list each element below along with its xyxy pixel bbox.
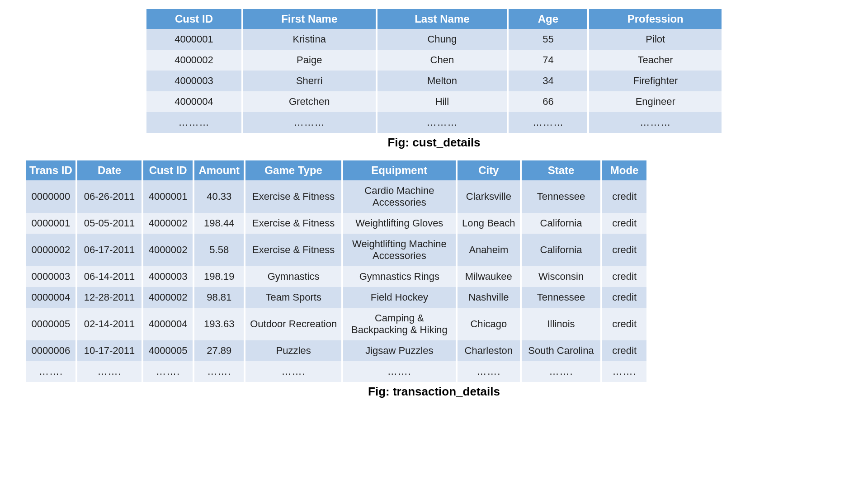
table-row: 0000004 12-28-2011 4000002 98.81 Team Sp… [26,287,646,308]
cell: 4000002 [146,50,241,71]
cell: Outdoor Recreation [245,308,341,340]
cell: 27.89 [194,340,244,361]
cell: ……. [77,361,142,382]
cell: 0000000 [26,180,75,213]
cell: ……. [26,361,75,382]
cust-details-table: Cust ID First Name Last Name Age Profess… [145,9,723,133]
cell: credit [602,308,646,340]
cell: Milwaukee [458,266,520,287]
table-row: 0000002 06-17-2011 4000002 5.58 Exercise… [26,234,646,266]
cell: ……. [245,361,341,382]
cell: credit [602,213,646,234]
cell: 0000004 [26,287,75,308]
cell: Chung [377,29,507,50]
cell: 4000001 [143,180,193,213]
table-row: 0000001 05-05-2011 4000002 198.44 Exerci… [26,213,646,234]
cell: 74 [509,50,587,71]
col-header: Cust ID [146,9,241,29]
cell: ……. [522,361,600,382]
col-header: State [522,160,600,180]
cell: 02-14-2011 [77,308,142,340]
cell: Exercise & Fitness [245,234,341,266]
cell: South Carolina [522,340,600,361]
cell: 0000003 [26,266,75,287]
cell: Team Sports [245,287,341,308]
cell: credit [602,287,646,308]
table-header-row: Trans ID Date Cust ID Amount Game Type E… [26,160,646,180]
table-row: 0000006 10-17-2011 4000005 27.89 Puzzles… [26,340,646,361]
cell: Engineer [589,91,722,112]
col-header: Game Type [245,160,341,180]
cell: 06-17-2011 [77,234,142,266]
cell: Wisconsin [522,266,600,287]
cell: 66 [509,91,587,112]
cell: 10-17-2011 [77,340,142,361]
cell: Camping & Backpacking & Hiking [343,308,456,340]
col-header: Mode [602,160,646,180]
cell: 05-05-2011 [77,213,142,234]
cell: 4000004 [143,308,193,340]
cell: California [522,213,600,234]
cell: Teacher [589,50,722,71]
cell: Paige [243,50,376,71]
cell: 4000005 [143,340,193,361]
cell: Tennessee [522,287,600,308]
col-header: Trans ID [26,160,75,180]
cell: 06-14-2011 [77,266,142,287]
col-header: Equipment [343,160,456,180]
col-header: Amount [194,160,244,180]
cell: 40.33 [194,180,244,213]
table-header-row: Cust ID First Name Last Name Age Profess… [146,9,722,29]
table-row: 0000005 02-14-2011 4000004 193.63 Outdoo… [26,308,646,340]
col-header: First Name [243,9,376,29]
transaction-details-section: Trans ID Date Cust ID Amount Game Type E… [14,160,854,399]
cell: 198.44 [194,213,244,234]
cell: 12-28-2011 [77,287,142,308]
cell: Melton [377,71,507,91]
table-row: 4000003 Sherri Melton 34 Firefighter [146,71,722,91]
cell: Tennessee [522,180,600,213]
cell: ……… [377,112,507,133]
cell: ……… [589,112,722,133]
cell: 4000002 [143,287,193,308]
cell: 193.63 [194,308,244,340]
cell: 0000005 [26,308,75,340]
cell: Long Beach [458,213,520,234]
table-row: 0000003 06-14-2011 4000003 198.19 Gymnas… [26,266,646,287]
cell: Cardio Machine Accessories [343,180,456,213]
cell: credit [602,180,646,213]
cell: 4000003 [143,266,193,287]
cell: ……… [146,112,241,133]
cell: Chicago [458,308,520,340]
cell: 0000001 [26,213,75,234]
cell: Chen [377,50,507,71]
cell: Anaheim [458,234,520,266]
table-row-ellipsis: ……… ……… ……… ……… ……… [146,112,722,133]
table-row: 4000002 Paige Chen 74 Teacher [146,50,722,71]
cell: 0000006 [26,340,75,361]
cell: Weightlifting Machine Accessories [343,234,456,266]
cell: 4000003 [146,71,241,91]
cell: Hill [377,91,507,112]
transaction-details-table: Trans ID Date Cust ID Amount Game Type E… [24,160,648,382]
cell: Gretchen [243,91,376,112]
cell: Weightlifting Gloves [343,213,456,234]
table-row-ellipsis: ……. ……. ……. ……. ……. ……. ……. ……. ……. [26,361,646,382]
cell: 98.81 [194,287,244,308]
cell: Illinois [522,308,600,340]
cell: Pilot [589,29,722,50]
cell: California [522,234,600,266]
cell: credit [602,234,646,266]
cell: Clarksville [458,180,520,213]
cell: credit [602,340,646,361]
table-row: 0000000 06-26-2011 4000001 40.33 Exercis… [26,180,646,213]
cell: 4000002 [143,213,193,234]
cell: ……. [143,361,193,382]
cell: 34 [509,71,587,91]
col-header: Date [77,160,142,180]
cell: Kristina [243,29,376,50]
cell: 5.58 [194,234,244,266]
cell: 4000004 [146,91,241,112]
table-row: 4000001 Kristina Chung 55 Pilot [146,29,722,50]
cell: Gymnastics [245,266,341,287]
